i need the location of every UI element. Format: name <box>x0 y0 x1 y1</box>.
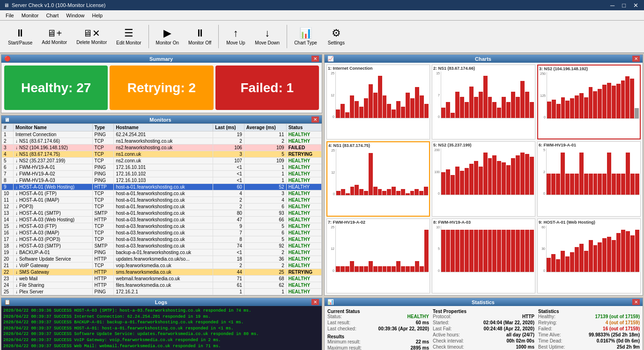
table-row[interactable]: 23 ↓ web Mail HTTP webmail.fearworksmedi… <box>2 276 322 282</box>
close-button[interactable]: ✕ <box>631 2 640 9</box>
table-row[interactable]: 13 ↓ HOST-A-01 (SMTP) SMTP host-a-01.fea… <box>2 210 322 217</box>
summary-close-button[interactable]: ✕ <box>311 56 319 62</box>
chart-bar <box>547 258 551 272</box>
monitors-header: 🖥 Monitors ✕ <box>1 116 322 124</box>
chart-item[interactable]: 7: FWM-HV19-A-02 25 12 0 <box>326 219 430 293</box>
edit-monitor-button[interactable]: ☰ Edit Monitor <box>112 23 145 50</box>
statistics-panel: 📊 Statistics ✕ Current Status Status:HEA… <box>324 298 643 350</box>
chart-bar <box>607 237 611 272</box>
monitor-off-button[interactable]: ⏸ Monitor Off <box>184 23 215 50</box>
menu-file[interactable]: File <box>2 12 18 19</box>
chart-bar <box>616 84 621 118</box>
row-id: 4 <box>2 151 14 158</box>
chart-item[interactable]: 6: FWM-HV19-A-01 5 2 0 <box>537 141 641 216</box>
chart-bar <box>420 266 424 271</box>
window-controls[interactable]: ─ □ ✕ <box>608 2 640 9</box>
chart-item[interactable]: 3: NS2 (104.196.148.192) 250 125 0 <box>537 65 641 139</box>
maximize-button[interactable]: □ <box>620 2 628 9</box>
chart-item[interactable]: 8: FWM-HV19-A-03 10 5 0 <box>432 219 535 293</box>
table-row[interactable]: 24 ↓ File Sharing HTTP files.fearworksme… <box>2 282 322 289</box>
row-name: ↓ HOST-A-01 (IMAP) <box>14 197 92 204</box>
chart-type-button[interactable]: 📊 Chart Type <box>290 23 321 50</box>
chart-bar <box>612 86 616 118</box>
chart-bar <box>579 153 584 195</box>
summary-healthy: Healthy: 27 <box>4 66 108 110</box>
charts-close-button[interactable]: ✕ <box>632 56 640 62</box>
add-monitor-button[interactable]: 🖥+ Add Monitor <box>37 23 71 50</box>
row-type: HTTP <box>92 282 114 289</box>
row-last: 61 <box>213 282 244 289</box>
monitor-on-button[interactable]: ▶ Monitor On <box>152 23 183 50</box>
monitors-table[interactable]: # Monitor Name Type Hostname Last (ms) A… <box>1 124 322 295</box>
monitors-close-button[interactable]: ✕ <box>311 117 319 123</box>
row-status: HEALTHY <box>286 197 321 204</box>
log-entry: 2020/04/22 00:39:37 SUCCESS VoIP Gateway… <box>3 337 320 343</box>
chart-item[interactable]: 2: NS1 (83.67.174.66) 15 7 0 <box>432 65 535 139</box>
row-last: 2 <box>213 204 244 210</box>
chart-bar <box>406 93 410 118</box>
table-row[interactable]: 4 ↓ NS1 (83.67.174.75) TCP ns1.conn.uk 3… <box>2 151 322 158</box>
chart-item[interactable]: 5: NS2 (35.237.199) 200 100 0 <box>432 141 535 216</box>
menu-chart[interactable]: Chart <box>42 12 62 19</box>
row-name: ↓ NS1 (83.67.174.75) <box>14 151 92 158</box>
chart-bar <box>387 104 391 118</box>
charts-header-icon: 📈 <box>327 56 334 62</box>
table-row[interactable]: 3 ↓ NS2 (104.196.148.192) TCP ns2.fearwo… <box>2 145 322 151</box>
row-status: HEALTHY <box>286 204 321 210</box>
chart-bar <box>492 102 496 118</box>
logs-close-button[interactable]: ✕ <box>311 299 319 305</box>
table-row[interactable]: 21 ↓ VoIP Gateway TCP voip.fearworksmedi… <box>2 262 322 269</box>
minimize-button[interactable]: ─ <box>608 2 616 9</box>
table-row[interactable]: 9 ↓ HOST-A-01 (Web Hosting) HTTP host-a-… <box>2 184 322 190</box>
chart-bar <box>626 231 630 272</box>
row-id: 6 <box>2 164 14 171</box>
menu-monitor[interactable]: Monitor <box>18 12 43 19</box>
table-row[interactable]: 11 ↓ HOST-A-01 (IMAP) TCP host-a-01.fear… <box>2 197 322 204</box>
chart-bar <box>516 97 520 118</box>
chart-item[interactable]: 9: HOST-A-01 (Web Hosting) 60 30 0 <box>537 219 641 293</box>
table-row[interactable]: 8 ↓ FWM-HV19-A-03 PING 172.16.10.103 <1 … <box>2 177 322 184</box>
table-row[interactable]: 1 Internet Connection PING 62.24.254.201… <box>2 131 322 138</box>
chart-bar <box>607 83 611 119</box>
table-row[interactable]: 10 ↓ HOST-A-01 (FTP) TCP host-a-01.fearw… <box>2 190 322 197</box>
table-row[interactable]: 12 ↓ POP3) TCP host-a-01.fearworkshostin… <box>2 204 322 210</box>
table-row[interactable]: 15 ↓ HOST-A-03 (FTP) TCP host-a-03.fearw… <box>2 223 322 230</box>
table-row[interactable]: 6 ↓ FWM-HV19-A-01 PING 172.16.10.101 <1 … <box>2 164 322 171</box>
delete-monitor-button[interactable]: 🖥✕ Delete Monitor <box>72 23 111 50</box>
table-row[interactable]: 5 ↓ NS2 (35.237.207.199) TCP ns2.conn.uk… <box>2 158 322 164</box>
table-row[interactable]: 16 ↓ HOST-A-03 (IMAP) TCP host-a-03.fear… <box>2 230 322 236</box>
chart-bar <box>565 174 570 195</box>
menu-window[interactable]: Window <box>62 12 88 19</box>
menu-help[interactable]: Help <box>88 12 106 19</box>
chart-bar <box>410 191 415 195</box>
stats-close-button[interactable]: ✕ <box>632 299 640 305</box>
table-row[interactable]: 22 ↓ SMS Gateway HTTP sms.fearworksmedia… <box>2 269 322 276</box>
row-last: <1 <box>213 249 244 256</box>
row-last: 47 <box>213 217 244 223</box>
row-id: 16 <box>2 230 14 236</box>
settings-button[interactable]: ⚙ Settings <box>322 23 350 50</box>
table-row[interactable]: 25 ↓ Plex Server PING 172.16.2.1 1 1 HEA… <box>2 289 322 295</box>
chart-bar <box>415 87 419 118</box>
chart-item[interactable]: 4: NS1 (83.67.174.75) 25 12 0 <box>326 141 430 216</box>
table-row[interactable]: 14 ↓ HOST-A-03 (Web Hosting) HTTP host-a… <box>2 217 322 223</box>
table-row[interactable]: 17 ↓ HOST-A-03 (POP3) TCP host-a-03.fear… <box>2 236 322 243</box>
chart-bar <box>584 251 588 272</box>
row-id: 10 <box>2 190 14 197</box>
move-up-button[interactable]: ↑ Move Up <box>222 23 250 50</box>
row-last: 106 <box>213 145 244 151</box>
table-row[interactable]: 2 ↓ NS1 (83.67.174.66) TCP ns1.fearworks… <box>2 138 322 145</box>
table-row[interactable]: 20 ↓ Software Update Service HTTP update… <box>2 256 322 262</box>
col-status: Status <box>286 124 321 131</box>
table-row[interactable]: 18 ↓ HOST-A-03 (SMTP) SMTP host-a-03.fea… <box>2 243 322 249</box>
chart-bar <box>497 230 501 272</box>
toolbar-separator-3 <box>287 25 287 48</box>
table-row[interactable]: 7 ↓ FWM-HV19-A-02 PING 172.16.10.102 <1 … <box>2 171 322 177</box>
row-hostname: host-a-03.fearworkshosting.co.uk <box>114 236 213 243</box>
table-row[interactable]: 19 ↓ BACKUP-A-01 PING backup-a-01.fearwo… <box>2 249 322 256</box>
chart-bar <box>378 76 382 118</box>
chart-item[interactable]: 1: Internet Connection 25 12 0 <box>326 65 430 139</box>
move-down-button[interactable]: ↓ Move Down <box>251 23 284 50</box>
chart-bar <box>474 161 478 195</box>
start-pause-button[interactable]: ⏸ Start/Pause <box>4 23 37 50</box>
